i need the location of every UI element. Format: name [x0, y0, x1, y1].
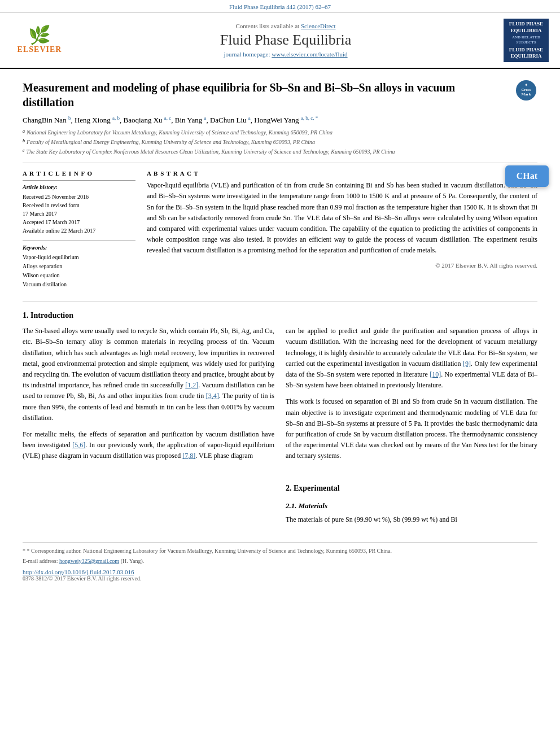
intro-right-paragraph-1: can be applied to predict and guide the …	[286, 326, 537, 391]
available-date: Available online 22 March 2017	[23, 226, 135, 235]
ref-3-4[interactable]: [3,4]	[206, 392, 219, 400]
revised-label: Received in revised form	[23, 201, 135, 209]
introduction-heading: 1. Introduction	[23, 311, 537, 320]
affiliation-a: a National Engineering Laboratory for Va…	[23, 128, 537, 137]
sciencedirect-link[interactable]: ScienceDirect	[301, 23, 336, 29]
contents-availability: Contents lists available at ScienceDirec…	[68, 23, 504, 29]
logo-title-line1: FLUID PHASE	[506, 21, 546, 28]
article-history-block: Article history: Received 25 November 20…	[23, 180, 135, 235]
received-date: Received 25 November 2016	[23, 193, 135, 201]
journal-reference-bar: Fluid Phase Equilibria 442 (2017) 62–67	[0, 0, 560, 13]
journal-header: 🌿 ELSEVIER Contents lists available at S…	[0, 13, 560, 69]
journal-center: Contents lists available at ScienceDirec…	[68, 23, 504, 58]
experimental-heading: 2. Experimental	[286, 482, 537, 495]
experimental-two-col: 2. Experimental 2.1. Materials The mater…	[23, 473, 537, 531]
issn-line: 0378-3812/© 2017 Elsevier B.V. All right…	[23, 575, 537, 582]
contents-text: Contents lists available at	[235, 23, 299, 29]
body-divider	[23, 302, 537, 302]
authors: ChangBin Nan b, Heng Xiong a, b, Baoqian…	[23, 115, 537, 125]
header-divider	[23, 163, 537, 163]
copyright-line: © 2017 Elsevier B.V. All rights reserved…	[147, 262, 537, 269]
affiliation-c: c The State Key Laboratory of Complex No…	[23, 147, 537, 156]
email-who: (H. Yang).	[121, 558, 145, 564]
email-label: E-mail address:	[23, 558, 58, 564]
doi-line: http://dx.doi.org/10.1016/j.fluid.2017.0…	[23, 569, 537, 575]
chat-badge[interactable]: CHat	[505, 165, 549, 187]
affiliation-b-text: Faculty of Metallurgical and Energy Engi…	[27, 138, 315, 146]
logo-title-line4: EQUILIBRIA	[506, 53, 546, 60]
article-title-text: Measurement and modeling of phase equili…	[23, 80, 515, 110]
logo-title-line3: FLUID PHASE	[506, 47, 546, 54]
body-two-col: The Sn-based alloys were usually used to…	[23, 326, 537, 467]
keyword-1: Vapor-liquid equilibrium	[23, 253, 135, 262]
ref-1-2[interactable]: [1,2]	[185, 381, 198, 389]
journal-homepage: journal homepage: www.elsevier.com/locat…	[68, 51, 504, 58]
elsevier-logo-area: 🌿 ELSEVIER	[11, 26, 68, 54]
intro-right-paragraph-2: This work is focused on separation of Bi…	[286, 396, 537, 461]
crossmark-icon: ✦CrossMark	[521, 84, 531, 97]
homepage-link[interactable]: www.elsevier.com/locate/fluid	[272, 51, 347, 58]
keywords-list: Vapor-liquid equilibrium Alloys separati…	[23, 253, 135, 289]
keyword-3: Wilson equation	[23, 271, 135, 280]
experimental-right-col: 2. Experimental 2.1. Materials The mater…	[286, 473, 537, 531]
affiliation-b: b Faculty of Metallurgical and Energy En…	[23, 138, 537, 146]
intro-paragraph-2: For metallic melts, the effects of separ…	[23, 429, 274, 462]
ref-9[interactable]: [9]	[463, 360, 471, 368]
footnote-star-symbol: *	[23, 548, 27, 554]
article-info-column: A R T I C L E I N F O Article history: R…	[23, 170, 135, 295]
authors-text: ChangBin Nan b, Heng Xiong a, b, Baoqian…	[23, 116, 318, 124]
crossmark-area: ✦CrossMark	[515, 80, 537, 101]
email-line: E-mail address: hongweiy325@gmail.com (H…	[23, 557, 537, 565]
article-footer: * * Corresponding author. National Engin…	[23, 542, 537, 582]
article-title-block: Measurement and modeling of phase equili…	[23, 80, 537, 110]
affiliation-a-text: National Engineering Laboratory for Vacu…	[27, 128, 333, 137]
elsevier-wordmark: ELSEVIER	[18, 45, 62, 54]
materials-subheading: 2.1. Materials	[286, 500, 537, 512]
elsevier-tree-icon: 🌿	[28, 26, 51, 44]
crossmark-badge: ✦CrossMark	[516, 80, 536, 101]
keyword-4: Vacuum distillation	[23, 280, 135, 289]
keyword-2: Alloys separation	[23, 262, 135, 271]
journal-title: Fluid Phase Equilibria	[68, 32, 504, 49]
accepted-date: Accepted 17 March 2017	[23, 218, 135, 226]
footnote-star-text: * Corresponding author. National Enginee…	[27, 548, 392, 554]
history-label: Article history:	[23, 184, 135, 190]
footnote-star: * * Corresponding author. National Engin…	[23, 547, 537, 555]
experimental-left-col	[23, 473, 274, 531]
revised-date: 17 March 2017	[23, 209, 135, 218]
email-link[interactable]: hongweiy325@gmail.com	[59, 558, 119, 564]
doi-link[interactable]: http://dx.doi.org/10.1016/j.fluid.2017.0…	[23, 569, 134, 575]
ref-5-6[interactable]: [5,6]	[72, 441, 85, 449]
ref-7-8[interactable]: [7,8]	[182, 452, 195, 460]
journal-reference-text: Fluid Phase Equilibria 442 (2017) 62–67	[229, 3, 331, 10]
abstract-text: Vapor-liquid equilibria (VLE) and purifi…	[147, 180, 537, 256]
ref-10[interactable]: [10]	[430, 370, 441, 378]
keywords-block: Keywords: Vapor-liquid equilibrium Alloy…	[23, 241, 135, 289]
left-body-column: The Sn-based alloys were usually used to…	[23, 326, 274, 467]
abstract-heading: A B S T R A C T	[147, 170, 537, 177]
journal-logo-box: FLUID PHASE EQUILIBRIA AND RELATED SUBJE…	[504, 19, 549, 62]
logo-subtitle: AND RELATED SUBJECTS	[506, 35, 546, 45]
logo-title-line2: EQUILIBRIA	[506, 28, 546, 34]
article-info-heading: A R T I C L E I N F O	[23, 170, 135, 177]
materials-text: The materials of pure Sn (99.90 wt %), S…	[286, 514, 537, 525]
right-body-column: can be applied to predict and guide the …	[286, 326, 537, 467]
intro-paragraph-1: The Sn-based alloys were usually used to…	[23, 326, 274, 423]
article-body: A R T I C L E I N F O Article history: R…	[23, 170, 537, 295]
keywords-label: Keywords:	[23, 244, 135, 251]
abstract-column: A B S T R A C T Vapor-liquid equilibria …	[147, 170, 537, 295]
main-content: Measurement and modeling of phase equili…	[0, 69, 560, 593]
affiliation-c-text: The State Key Laboratory of Complex Nonf…	[27, 147, 395, 156]
affiliations: a National Engineering Laboratory for Va…	[23, 128, 537, 156]
